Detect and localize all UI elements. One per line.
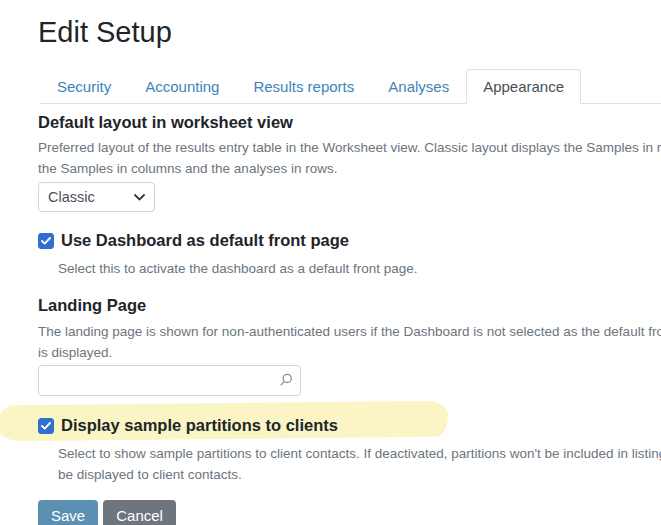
section-worksheet-layout: Default layout in worksheet view Preferr… [38,113,661,212]
landing-page-description-line1: The landing page is shown for non-authen… [38,321,661,342]
cancel-button[interactable]: Cancel [103,500,176,525]
check-icon [41,422,51,430]
worksheet-layout-select-value: Classic [48,189,95,205]
section-sample-partitions: Display sample partitions to clients Sel… [38,416,661,485]
dashboard-default-label[interactable]: Use Dashboard as default front page [61,231,349,250]
search-icon [278,372,294,392]
sample-partitions-description-line2: be displayed to client contacts. [58,464,661,485]
section-dashboard-default: Use Dashboard as default front page Sele… [38,231,661,279]
landing-page-search-input[interactable] [38,365,301,396]
save-button[interactable]: Save [38,500,98,525]
landing-page-heading: Landing Page [38,296,661,315]
tab-appearance[interactable]: Appearance [466,69,581,104]
landing-page-description-line2: is displayed. [38,342,661,363]
worksheet-layout-description-line1: Preferred layout of the results entry ta… [38,137,661,158]
dashboard-default-row: Use Dashboard as default front page [38,231,661,250]
worksheet-layout-select[interactable]: Classic [38,182,155,212]
dashboard-default-checkbox[interactable] [38,233,54,249]
worksheet-layout-description-line2: the Samples in columns and the analyses … [38,158,661,179]
tab-results-reports[interactable]: Results reports [236,69,371,104]
dashboard-default-description: Select this to activate the dashboard as… [58,258,661,279]
setup-tab-bar: Security Accounting Results reports Anal… [40,69,661,104]
form-actions: Save Cancel [38,500,661,525]
sample-partitions-description-line1: Select to show sample partitions to clie… [58,443,661,464]
worksheet-layout-heading: Default layout in worksheet view [38,113,661,132]
tab-security[interactable]: Security [40,69,128,104]
sample-partitions-label[interactable]: Display sample partitions to clients [61,416,338,435]
page-title: Edit Setup [38,16,661,49]
sample-partitions-checkbox[interactable] [38,418,54,434]
sample-partitions-row: Display sample partitions to clients [38,416,661,435]
tab-accounting[interactable]: Accounting [128,69,236,104]
chevron-down-icon [134,194,145,201]
landing-page-search-wrap [38,365,301,396]
section-landing-page: Landing Page The landing page is shown f… [38,296,661,396]
edit-setup-page: Edit Setup Security Accounting Results r… [0,0,661,525]
tab-analyses[interactable]: Analyses [371,69,466,104]
check-icon [41,237,51,245]
